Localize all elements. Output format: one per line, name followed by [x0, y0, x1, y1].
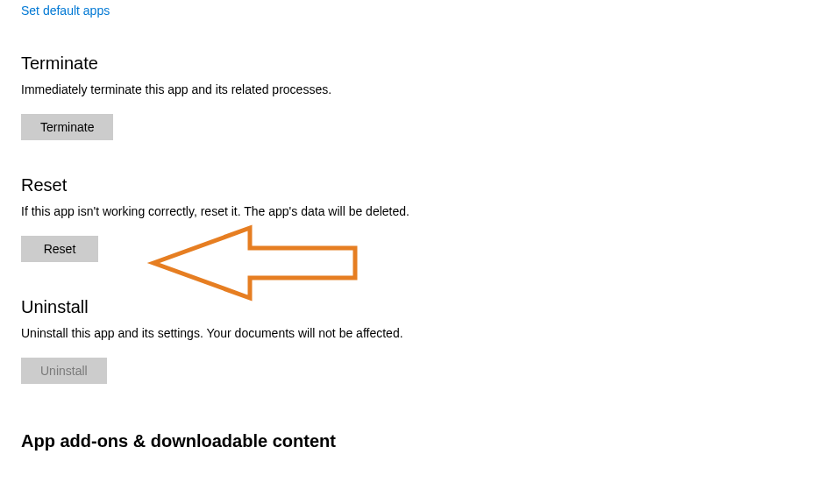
terminate-title: Terminate [21, 53, 833, 74]
uninstall-description: Uninstall this app and its settings. You… [21, 326, 833, 340]
reset-button[interactable]: Reset [21, 236, 98, 262]
set-default-apps-link[interactable]: Set default apps [21, 4, 110, 18]
terminate-section: Terminate Immediately terminate this app… [21, 53, 833, 140]
uninstall-section: Uninstall Uninstall this app and its set… [21, 297, 833, 384]
terminate-button[interactable]: Terminate [21, 114, 113, 140]
reset-section: Reset If this app isn't working correctl… [21, 175, 833, 262]
addons-title: App add-ons & downloadable content [21, 431, 833, 451]
uninstall-title: Uninstall [21, 297, 833, 317]
reset-description: If this app isn't working correctly, res… [21, 204, 833, 218]
uninstall-button[interactable]: Uninstall [21, 358, 107, 384]
reset-title: Reset [21, 175, 833, 195]
terminate-description: Immediately terminate this app and its r… [21, 82, 833, 96]
